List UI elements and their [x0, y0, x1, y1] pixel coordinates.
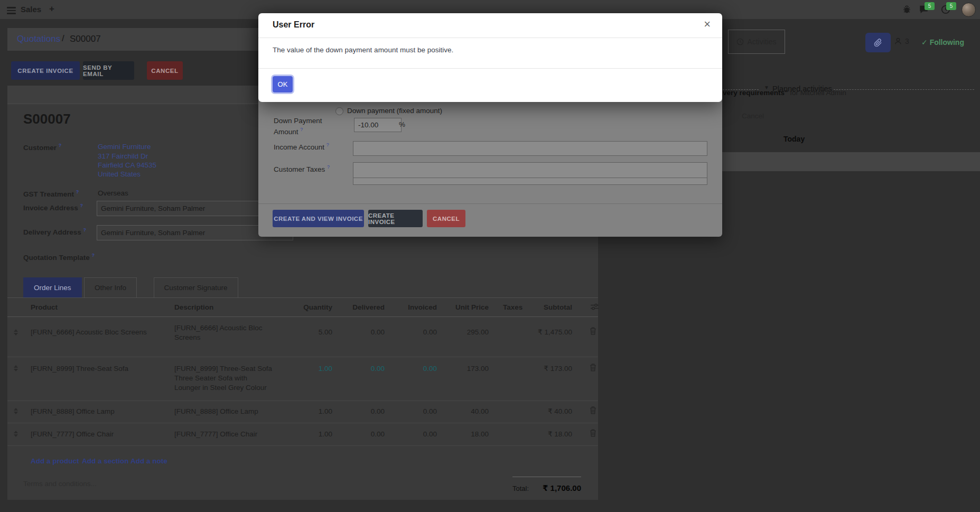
order-line-row[interactable]: [FURN_8888] Office Lamp [FURN_8888] Offi… — [7, 401, 598, 423]
order-line-row[interactable]: [FURN_6666] Acoustic Bloc Screens [FURN_… — [7, 316, 598, 357]
order-line-row[interactable]: [FURN_7777] Office Chair [FURN_7777] Off… — [7, 423, 598, 446]
order-line-row[interactable]: [FURN_8999] Three-Seat Sofa [FURN_8999] … — [7, 357, 598, 401]
delete-line-icon[interactable] — [590, 429, 596, 437]
send-by-email-button[interactable]: SEND BY EMAIL — [83, 61, 134, 80]
quotation-template-label: Quotation Template ? — [23, 253, 95, 262]
drag-handle-icon[interactable] — [14, 431, 18, 437]
bug-icon[interactable] — [902, 5, 911, 14]
add-section-link[interactable]: Add a section — [82, 457, 129, 465]
drag-handle-icon[interactable] — [14, 329, 18, 336]
customer-country[interactable]: United States — [98, 170, 141, 178]
drag-handle-icon[interactable] — [14, 408, 18, 414]
customer-label: Customer ? — [23, 143, 61, 152]
col-product[interactable]: Product — [31, 303, 58, 312]
line-product: [FURN_8888] Office Lamp — [31, 407, 115, 416]
line-description: [FURN_8888] Office Lamp — [174, 407, 258, 416]
clock-icon — [736, 38, 744, 45]
add-note-link[interactable]: Add a note — [130, 457, 167, 465]
today-divider-label: Today — [783, 135, 805, 143]
delete-line-icon[interactable] — [590, 327, 596, 335]
col-subtotal[interactable]: Subtotal — [509, 303, 572, 312]
customer-name-link[interactable]: Gemini Furniture — [98, 143, 151, 151]
customer-city[interactable]: Fairfield CA 94535 — [98, 161, 156, 169]
down-payment-amount-input[interactable] — [354, 118, 402, 132]
following-label: Following — [930, 38, 964, 46]
down-payment-amount-label: Down Payment Amount ? — [274, 116, 338, 136]
line-description: [FURN_8999] Three-Seat Sofa Three Seater… — [174, 364, 272, 393]
app-menu-sales[interactable]: Sales — [21, 5, 41, 14]
tab-order-lines[interactable]: Order Lines — [23, 277, 82, 297]
user-error-modal: User Error × The value of the down payme… — [258, 13, 722, 102]
income-account-input[interactable] — [353, 141, 707, 156]
hamburger-icon[interactable] — [7, 5, 16, 16]
line-quantity: 5.00 — [279, 328, 332, 337]
customer-taxes-input-extra[interactable] — [353, 178, 707, 185]
line-unit-price: 295.00 — [436, 328, 489, 337]
line-product: [FURN_6666] Acoustic Bloc Screens — [31, 328, 147, 337]
col-unit-price[interactable]: Unit Price — [436, 303, 489, 312]
order-lines-header: Product Description Quantity Delivered I… — [7, 297, 598, 317]
delivery-address-label: Delivery Address ? — [23, 227, 86, 236]
following-button[interactable]: ✓ Following — [921, 38, 964, 46]
ok-button[interactable]: OK — [273, 76, 293, 92]
error-footer-divider — [258, 68, 722, 69]
line-unit-price: 173.00 — [436, 364, 489, 374]
line-delivered: 0.00 — [337, 430, 385, 439]
income-account-label: Income Account ? — [274, 141, 329, 152]
line-product: [FURN_8999] Three-Seat Sofa — [31, 364, 128, 374]
terms-input[interactable]: Terms and conditions... — [23, 480, 97, 488]
messages-icon[interactable]: 5 — [919, 5, 929, 14]
activity-clock-icon[interactable]: 5 — [941, 5, 950, 14]
followers-button[interactable]: 3 — [894, 37, 909, 45]
followers-count: 3 — [905, 37, 909, 45]
cancel-order-button[interactable]: CANCEL — [147, 61, 183, 80]
user-avatar[interactable] — [962, 3, 976, 17]
add-product-link[interactable]: Add a product — [31, 457, 79, 465]
line-invoiced: 0.00 — [389, 328, 437, 337]
drag-handle-icon[interactable] — [14, 365, 18, 371]
customer-taxes-input[interactable] — [353, 162, 707, 178]
create-invoice-dialog-button[interactable]: CREATE INVOICE — [368, 210, 423, 227]
delete-line-icon[interactable] — [590, 364, 596, 371]
activity-summary: very requirements" for Mitchell Admin — [723, 89, 846, 97]
error-modal-title: User Error — [273, 20, 314, 30]
plus-icon[interactable]: + — [49, 4, 54, 14]
customer-taxes-label: Customer Taxes ? — [274, 163, 330, 174]
line-subtotal: ₹ 40.00 — [509, 407, 572, 416]
line-invoiced: 0.00 — [389, 407, 437, 416]
activities-tab[interactable]: Activities — [728, 30, 785, 54]
gst-treatment-label: GST Treatment ? — [23, 189, 79, 198]
breadcrumb-quotations-link[interactable]: Quotations — [17, 34, 60, 44]
line-quantity: 1.00 — [279, 364, 332, 374]
create-and-view-invoice-button[interactable]: CREATE AND VIEW INVOICE — [273, 210, 364, 227]
create-invoice-button[interactable]: CREATE INVOICE — [11, 61, 80, 80]
col-quantity[interactable]: Quantity — [279, 303, 332, 312]
col-description[interactable]: Description — [174, 303, 213, 312]
down-payment-fixed-radio[interactable] — [335, 107, 343, 115]
col-delivered[interactable]: Delivered — [337, 303, 385, 312]
line-delivered: 0.00 — [337, 328, 385, 337]
error-message: The value of the down payment amount mus… — [273, 46, 453, 54]
column-settings-icon[interactable] — [591, 303, 599, 310]
cancel-dialog-button[interactable]: CANCEL — [427, 210, 465, 227]
customer-street[interactable]: 317 Fairchild Dr — [98, 152, 148, 160]
planned-activities-divider — [834, 89, 974, 90]
line-subtotal: ₹ 18.00 — [509, 430, 572, 439]
total-separator — [512, 477, 581, 477]
close-icon[interactable]: × — [704, 19, 711, 30]
attachment-button[interactable] — [865, 33, 891, 52]
tab-other-info[interactable]: Other Info — [84, 277, 137, 297]
activity-cancel-button[interactable]: Cancel — [742, 112, 764, 120]
dialog-footer-divider — [258, 203, 722, 204]
delete-line-icon[interactable] — [590, 406, 596, 414]
breadcrumb-separator: / — [62, 33, 64, 44]
total-label: Total: — [512, 485, 529, 492]
tab-customer-signature[interactable]: Customer Signature — [154, 277, 238, 297]
check-icon: ✓ — [921, 38, 928, 46]
total-value: ₹ 1,706.00 — [528, 483, 581, 493]
col-invoiced[interactable]: Invoiced — [389, 303, 437, 312]
line-invoiced: 0.00 — [389, 364, 437, 374]
gst-treatment-value: Overseas — [98, 189, 128, 197]
line-product: [FURN_7777] Office Chair — [31, 430, 114, 439]
activity-badge: 5 — [946, 2, 956, 10]
